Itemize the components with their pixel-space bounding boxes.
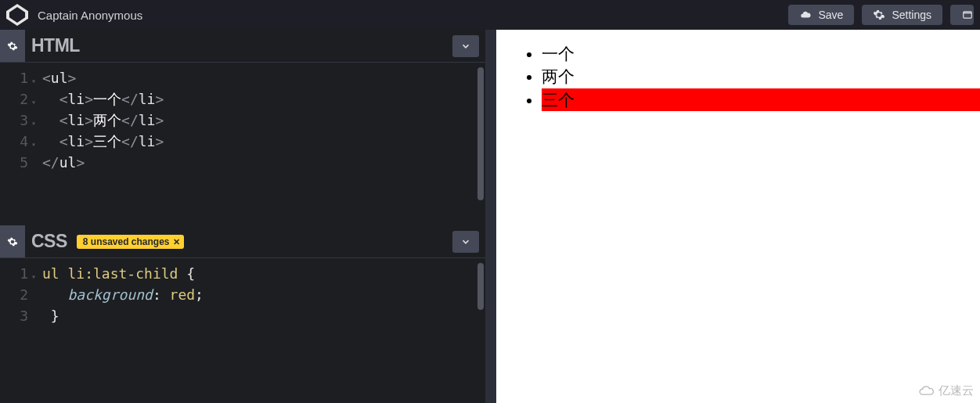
editors-column: HTML 1 2 3 4 5 <ul> <li>一个</li> <li>两个</…	[0, 30, 496, 403]
settings-button[interactable]: Settings	[862, 5, 942, 25]
html-code-area[interactable]: 1 2 3 4 5 <ul> <li>一个</li> <li>两个</li> <…	[0, 63, 485, 225]
html-settings-button[interactable]	[0, 30, 25, 62]
save-label: Save	[818, 9, 843, 21]
html-gutter: 1 2 3 4 5	[0, 63, 31, 225]
css-collapse-button[interactable]	[452, 231, 479, 253]
extra-button[interactable]	[950, 5, 974, 25]
list-item: 三个	[542, 88, 980, 111]
save-button[interactable]: Save	[788, 5, 854, 25]
share-icon	[961, 9, 974, 20]
unsaved-label: 8 unsaved changes	[83, 236, 170, 247]
line-number: 1	[0, 67, 28, 88]
line-number: 2	[0, 284, 28, 305]
css-panel: CSS 8 unsaved changes ✕ 1 2 3 ul li:last…	[0, 225, 485, 403]
close-icon[interactable]: ✕	[173, 236, 180, 246]
codepen-logo[interactable]	[6, 4, 28, 26]
scrollbar[interactable]	[477, 263, 484, 310]
css-panel-header: CSS 8 unsaved changes ✕	[0, 225, 485, 258]
topbar-right: Save Settings	[788, 5, 974, 25]
chevron-down-icon	[460, 41, 471, 52]
scrollbar[interactable]	[477, 67, 484, 200]
watermark: 亿速云	[918, 383, 974, 398]
chevron-down-icon	[460, 236, 471, 247]
html-panel-header: HTML	[0, 30, 485, 63]
gear-icon	[7, 236, 18, 247]
css-panel-title: CSS	[31, 231, 67, 252]
line-number: 3	[0, 110, 28, 131]
gear-icon	[7, 41, 18, 52]
html-code[interactable]: <ul> <li>一个</li> <li>两个</li> <li>三个</li>…	[31, 63, 485, 225]
unsaved-changes-badge[interactable]: 8 unsaved changes ✕	[77, 235, 184, 249]
html-collapse-button[interactable]	[452, 35, 479, 57]
gear-icon	[873, 9, 885, 21]
line-number: 2	[0, 88, 28, 110]
line-number: 3	[0, 305, 28, 326]
html-panel: HTML 1 2 3 4 5 <ul> <li>一个</li> <li>两个</…	[0, 30, 485, 225]
css-settings-button[interactable]	[0, 225, 25, 257]
css-gutter: 1 2 3	[0, 258, 31, 403]
css-code-area[interactable]: 1 2 3 ul li:last-child { background: red…	[0, 258, 485, 403]
cloud-icon	[918, 385, 935, 398]
top-bar: Captain Anonymous Save Settings	[0, 0, 980, 30]
line-number: 4	[0, 131, 28, 152]
html-panel-title: HTML	[31, 35, 80, 56]
line-number: 1	[0, 263, 28, 284]
topbar-left: Captain Anonymous	[6, 4, 142, 26]
list-item: 一个	[542, 42, 980, 65]
pen-title[interactable]: Captain Anonymous	[38, 9, 142, 22]
preview-pane: 一个 两个 三个 亿速云	[496, 30, 980, 403]
css-code[interactable]: ul li:last-child { background: red; }	[31, 258, 485, 403]
cloud-icon	[799, 9, 812, 20]
watermark-text: 亿速云	[939, 383, 974, 398]
panel-header-left: CSS 8 unsaved changes ✕	[0, 225, 184, 257]
line-number: 5	[0, 152, 28, 173]
panel-header-left: HTML	[0, 30, 80, 62]
preview-list: 一个 两个 三个	[528, 42, 980, 111]
main: HTML 1 2 3 4 5 <ul> <li>一个</li> <li>两个</…	[0, 30, 980, 403]
list-item: 两个	[542, 65, 980, 88]
settings-label: Settings	[892, 9, 931, 21]
